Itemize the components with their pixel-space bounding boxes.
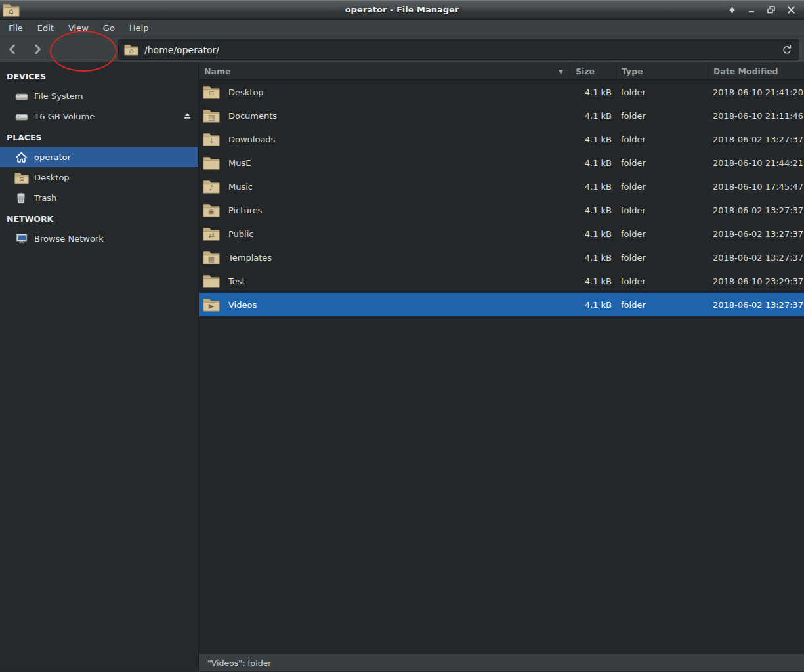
column-header-size[interactable]: Size xyxy=(570,62,616,80)
titlebar: ⌂ operator - File Manager xyxy=(0,0,804,20)
folder-icon xyxy=(203,156,220,170)
toolbar: ⌂ /home/operator/ xyxy=(0,37,804,62)
folder-desktop-icon: ⊡ xyxy=(203,85,220,99)
list-header: Name ▼ Size Type Date Modified xyxy=(199,62,804,80)
sidebar-item-trash[interactable]: Trash xyxy=(0,188,198,208)
sidebar-item-desktop[interactable]: ⊡ Desktop xyxy=(0,167,198,188)
location-bar[interactable]: ⌂ /home/operator/ xyxy=(118,39,799,60)
menu-go[interactable]: Go xyxy=(96,20,122,35)
menu-file[interactable]: File xyxy=(1,20,30,35)
table-row-public[interactable]: ⇄ Public 4.1 kB folder 2018-06-02 13:27:… xyxy=(199,222,804,245)
folder-public-icon: ⇄ xyxy=(203,226,220,241)
folder-documents-icon: ▤ xyxy=(203,108,220,123)
menu-help[interactable]: Help xyxy=(122,20,156,35)
status-bar: "Videos": folder xyxy=(199,654,804,671)
drive-icon xyxy=(14,110,29,123)
back-button[interactable] xyxy=(0,39,25,60)
folder-videos-icon: ▶ xyxy=(203,297,220,312)
table-row-test[interactable]: Test 4.1 kB folder 2018-06-10 23:29:37 xyxy=(199,269,804,293)
table-row-desktop[interactable]: ⊡ Desktop 4.1 kB folder 2018-06-10 21:41… xyxy=(199,80,804,104)
refresh-icon xyxy=(782,45,792,55)
table-row-pictures[interactable]: ◉ Pictures 4.1 kB folder 2018-06-02 13:2… xyxy=(199,198,804,222)
column-header-type[interactable]: Type xyxy=(616,62,708,80)
drive-icon xyxy=(14,90,29,103)
eject-icon[interactable] xyxy=(182,111,192,122)
file-list-panel: Name ▼ Size Type Date Modified ⊡ Desktop xyxy=(199,62,804,671)
sidebar-section-devices: DEVICES xyxy=(0,66,198,86)
folder-downloads-icon: ↓ xyxy=(203,132,220,146)
close-button[interactable] xyxy=(783,3,799,17)
restore-button[interactable] xyxy=(763,3,779,17)
sidebar-section-places: PLACES xyxy=(0,127,198,147)
trash-icon xyxy=(14,192,29,205)
menubar: File Edit View Go Help xyxy=(0,20,804,37)
home-icon xyxy=(14,151,29,164)
column-header-name[interactable]: Name ▼ xyxy=(199,62,570,80)
folder-pictures-icon: ◉ xyxy=(203,203,220,217)
sidebar-section-network: NETWORK xyxy=(0,208,198,228)
back-icon xyxy=(7,43,18,55)
shade-window-button[interactable] xyxy=(724,3,740,17)
location-folder-icon: ⌂ xyxy=(124,43,138,56)
location-path[interactable]: /home/operator/ xyxy=(144,45,219,55)
table-row-documents[interactable]: ▤ Documents 4.1 kB folder 2018-06-10 21:… xyxy=(199,104,804,127)
menu-view[interactable]: View xyxy=(61,20,96,35)
status-text: "Videos": folder xyxy=(207,658,272,668)
table-row-muse[interactable]: MusE 4.1 kB folder 2018-06-10 21:44:21 xyxy=(199,151,804,175)
reload-button[interactable] xyxy=(780,43,793,56)
sidebar-item-16gb-volume[interactable]: 16 GB Volume xyxy=(0,106,198,127)
folder-icon xyxy=(203,274,220,288)
forward-button[interactable] xyxy=(25,39,50,60)
forward-icon xyxy=(32,43,43,55)
sidebar-item-file-system[interactable]: File System xyxy=(0,86,198,106)
file-list: ⊡ Desktop 4.1 kB folder 2018-06-10 21:41… xyxy=(199,80,804,654)
window-title: operator - File Manager xyxy=(0,5,804,14)
folder-templates-icon: ▦ xyxy=(203,250,220,264)
sidebar-item-browse-network[interactable]: Browse Network xyxy=(0,228,198,249)
table-row-templates[interactable]: ▦ Templates 4.1 kB folder 2018-06-02 13:… xyxy=(199,245,804,269)
table-row-videos[interactable]: ▶ Videos 4.1 kB folder 2018-06-02 13:27:… xyxy=(199,293,804,316)
desktop-folder-icon: ⊡ xyxy=(14,171,29,184)
sidebar-item-operator[interactable]: operator xyxy=(0,147,198,167)
network-icon xyxy=(14,232,29,245)
sidebar: DEVICES File System 16 GB Volume PLACES … xyxy=(0,62,199,671)
sort-descending-icon: ▼ xyxy=(559,68,563,75)
menu-edit[interactable]: Edit xyxy=(30,20,61,35)
column-header-date-modified[interactable]: Date Modified xyxy=(708,62,804,80)
table-row-music[interactable]: ♪ Music 4.1 kB folder 2018-06-10 17:45:4… xyxy=(199,175,804,198)
minimize-button[interactable] xyxy=(744,3,759,17)
folder-music-icon: ♪ xyxy=(203,179,220,194)
table-row-downloads[interactable]: ↓ Downloads 4.1 kB folder 2018-06-02 13:… xyxy=(199,127,804,151)
